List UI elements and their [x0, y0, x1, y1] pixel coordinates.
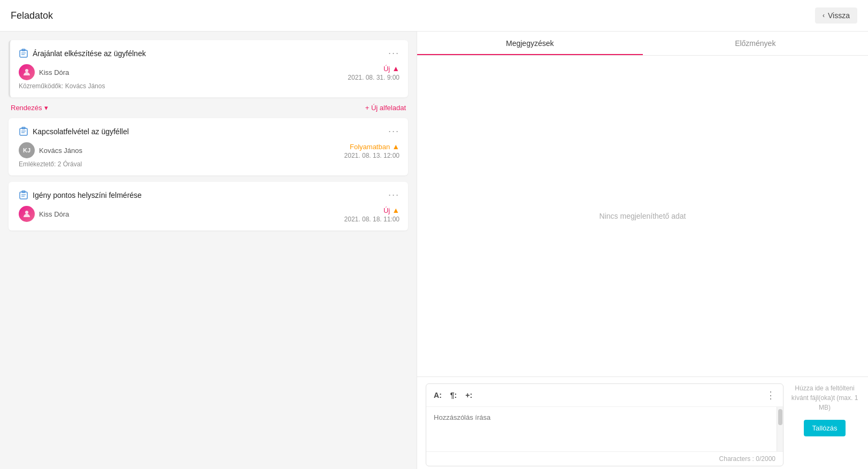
main-task-card: Árajánlat elkészítése az ügyfélnek ··· K… — [9, 40, 408, 97]
add-subtask-label: + Új alfeladat — [365, 104, 406, 112]
insert-label: +: — [465, 391, 472, 399]
status-badge: Új — [383, 65, 390, 73]
task-date: 2021. 08. 31. 9:00 — [348, 74, 400, 81]
subtask-header-0: Kapcsolatfelvétel az ügyféllel ··· — [19, 126, 400, 137]
user-row: Kiss Dóra — [19, 64, 105, 80]
tab-content: Nincs megjeleníthető adat — [417, 56, 868, 376]
toolbar-more-button[interactable]: ⋮ — [766, 389, 775, 401]
svg-rect-5 — [20, 128, 27, 135]
subtask-menu-button-0[interactable]: ··· — [388, 126, 400, 137]
subtask-title-row-1: Igény pontos helyszíni felmérése — [19, 190, 142, 200]
subtask-priority-icon-1: ▲ — [392, 206, 400, 214]
task-header: Árajánlat elkészítése az ügyfélnek ··· — [19, 48, 400, 59]
subtask-avatar-0: KJ — [19, 142, 35, 158]
main-layout: Árajánlat elkészítése az ügyfélnek ··· K… — [0, 32, 868, 469]
subtask-status-col-0: Folyamatban ▲ 2021. 08. 13. 12:00 — [344, 142, 400, 159]
right-panel: Megjegyzések Előzmények Nincs megjelenít… — [417, 32, 868, 469]
subtask-date-1: 2021. 08. 18. 11:00 — [344, 216, 400, 223]
subtask-user-0: Kovács János — [39, 147, 82, 155]
scrollbar-thumb — [778, 409, 782, 425]
comment-section: A: ¶: +: ⋮ Characte — [417, 376, 868, 469]
subtask-priority-icon-0: ▲ — [392, 142, 400, 151]
subtask-status-row-0: Folyamatban ▲ — [350, 142, 400, 151]
no-data-label: Nincs megjeleníthető adat — [600, 212, 686, 220]
comment-textarea[interactable] — [426, 407, 783, 450]
status-row: Új ▲ — [383, 64, 400, 73]
back-label: Vissza — [828, 11, 850, 20]
subtask-title-row-0: Kapcsolatfelvétel az ügyféllel — [19, 127, 129, 136]
page-title: Feladatok — [11, 10, 53, 21]
chars-label: Characters : 0/2000 — [719, 455, 775, 463]
task-meta: Kiss Dóra Közreműködők: Kovács János Új … — [19, 64, 400, 90]
comment-toolbar: A: ¶: +: ⋮ — [426, 384, 783, 407]
chevron-left-icon: ‹ — [823, 12, 825, 19]
tabs-row: Megjegyzések Előzmények — [417, 32, 868, 56]
subtask-meta-0: KJ Kovács János Emlékeztető: 2 Órával Fo… — [19, 142, 400, 168]
sort-add-row: Rendezés ▾ + Új alfeladat — [9, 99, 408, 116]
subtask-card-0: Kapcsolatfelvétel az ügyféllel ··· KJ Ko… — [9, 118, 408, 175]
subtask-reminder-0: Emlékeztető: 2 Órával — [19, 160, 82, 168]
subtask-date-0: 2021. 08. 13. 12:00 — [344, 152, 400, 159]
subtask-user-1: Kiss Dóra — [39, 210, 69, 218]
top-bar: Feladatok ‹ Vissza — [0, 0, 868, 32]
no-data-area: Nincs megjeleníthető adat — [417, 56, 868, 376]
font-format-button[interactable]: A: — [434, 391, 442, 399]
para-label: ¶: — [450, 391, 457, 399]
subtask-avatar-1 — [19, 206, 35, 222]
subtask-user-row-0: KJ Kovács János — [19, 142, 82, 158]
sort-label: Rendezés — [11, 104, 42, 112]
avatar — [19, 64, 35, 80]
comment-footer: Characters : 0/2000 — [426, 451, 783, 466]
svg-point-13 — [25, 211, 28, 214]
insert-button[interactable]: +: — [465, 391, 472, 399]
upload-area: Húzza ide a feltölteni kívánt fájl(oka)t… — [790, 383, 859, 466]
subtask-status-row-1: Új ▲ — [383, 206, 400, 214]
svg-rect-0 — [20, 50, 27, 57]
sort-button[interactable]: Rendezés ▾ — [11, 104, 48, 112]
subtask-icon-0 — [19, 127, 28, 136]
subtask-meta-1: Kiss Dóra Új ▲ 2021. 08. 18. 11:00 — [19, 206, 400, 223]
subtask-menu-button-1[interactable]: ··· — [388, 189, 400, 201]
contributor: Közreműködők: Kovács János — [19, 82, 105, 90]
subtask-user-col-0: KJ Kovács János Emlékeztető: 2 Órával — [19, 142, 82, 168]
svg-point-4 — [25, 69, 28, 72]
add-subtask-button[interactable]: + Új alfeladat — [365, 104, 406, 112]
svg-rect-9 — [20, 192, 27, 199]
main-task-user: Kiss Dóra — [39, 68, 69, 76]
subtask-status-col-1: Új ▲ 2021. 08. 18. 11:00 — [344, 206, 400, 223]
comment-input-area — [426, 407, 783, 451]
comment-box: A: ¶: +: ⋮ Characte — [426, 383, 783, 466]
font-label: A: — [434, 391, 442, 399]
subtask-card-1: Igény pontos helyszíni felmérése ··· Kis… — [9, 182, 408, 230]
tab-notes[interactable]: Megjegyzések — [417, 32, 642, 55]
scrollbar — [777, 407, 783, 451]
priority-icon: ▲ — [392, 64, 400, 73]
main-task-title: Árajánlat elkészítése az ügyfélnek — [33, 49, 146, 58]
subtask-user-row-1: Kiss Dóra — [19, 206, 69, 222]
subtask-title-0: Kapcsolatfelvétel az ügyféllel — [33, 127, 129, 136]
upload-hint: Húzza ide a feltölteni kívánt fájl(oka)t… — [790, 383, 859, 412]
subtask-user-col-1: Kiss Dóra — [19, 206, 69, 222]
subtask-status-badge-0: Folyamatban — [350, 143, 390, 151]
chevron-down-icon: ▾ — [44, 104, 48, 112]
subtask-title-1: Igény pontos helyszíni felmérése — [33, 191, 142, 199]
subtask-icon-1 — [19, 190, 28, 200]
back-button[interactable]: ‹ Vissza — [815, 7, 857, 24]
status-col: Új ▲ 2021. 08. 31. 9:00 — [348, 64, 400, 81]
user-col: Kiss Dóra Közreműködők: Kovács János — [19, 64, 105, 90]
paragraph-format-button[interactable]: ¶: — [450, 391, 457, 399]
browse-button[interactable]: Tallózás — [804, 420, 846, 436]
main-task-menu-button[interactable]: ··· — [388, 48, 400, 59]
subtask-header-1: Igény pontos helyszíni felmérése ··· — [19, 189, 400, 201]
subtask-status-badge-1: Új — [383, 206, 390, 214]
tab-history[interactable]: Előzmények — [643, 32, 868, 55]
task-icon — [19, 49, 28, 58]
task-title-row: Árajánlat elkészítése az ügyfélnek — [19, 49, 146, 58]
left-panel: Árajánlat elkészítése az ügyfélnek ··· K… — [0, 32, 417, 469]
